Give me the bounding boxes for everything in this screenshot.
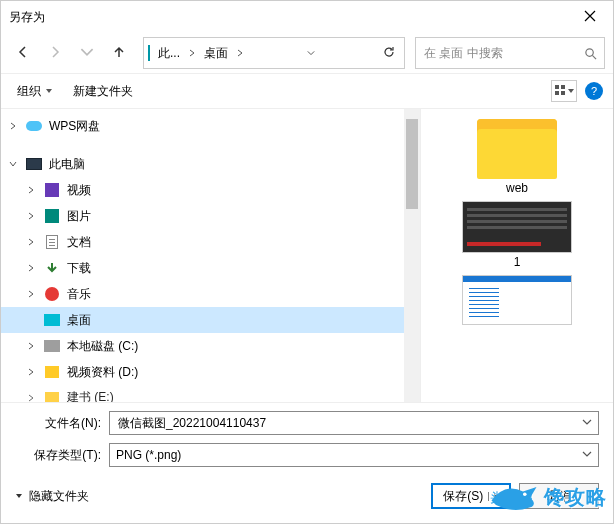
pic-icon bbox=[43, 209, 61, 223]
chevron-down-icon bbox=[45, 84, 53, 98]
tree-node-doc[interactable]: 文档 bbox=[1, 229, 420, 255]
wps-icon bbox=[25, 121, 43, 131]
video-icon bbox=[43, 183, 61, 197]
tree-node-label: 本地磁盘 (C:) bbox=[67, 338, 138, 355]
chevron-right-icon[interactable] bbox=[25, 394, 37, 402]
chevron-right-icon[interactable] bbox=[25, 290, 37, 298]
tree-node-folder[interactable]: 视频资料 (D:) bbox=[1, 359, 420, 385]
save-as-dialog: 另存为 此... 桌面 bbox=[0, 0, 614, 524]
doc-icon bbox=[43, 235, 61, 249]
up-icon bbox=[112, 45, 126, 62]
tree-node-label: WPS网盘 bbox=[49, 118, 100, 135]
tree-node-pc[interactable]: 此电脑 bbox=[1, 151, 420, 177]
preview-item-label: 1 bbox=[514, 255, 521, 269]
chevron-down-icon bbox=[80, 45, 94, 62]
chevron-down-icon[interactable] bbox=[582, 448, 592, 462]
new-folder-button[interactable]: 新建文件夹 bbox=[67, 79, 139, 104]
window-title: 另存为 bbox=[9, 9, 45, 26]
tree-node-video[interactable]: 视频 bbox=[1, 177, 420, 203]
disk-icon bbox=[43, 340, 61, 352]
desk-icon bbox=[43, 314, 61, 326]
file-preview-pane[interactable]: web1 bbox=[421, 109, 613, 402]
preview-item[interactable]: web bbox=[427, 119, 607, 195]
preview-item[interactable]: 1 bbox=[427, 201, 607, 269]
recent-dropdown[interactable] bbox=[73, 39, 101, 67]
tree-node-desk[interactable]: 桌面 bbox=[1, 307, 420, 333]
save-form: 文件名(N): 保存类型(T): PNG (*.png) bbox=[1, 402, 613, 469]
breadcrumb-segment[interactable]: 桌面 bbox=[200, 43, 232, 64]
tree-node-dl[interactable]: 下载 bbox=[1, 255, 420, 281]
tree-node-folder[interactable]: 建书 (E:) bbox=[1, 385, 420, 402]
search-box[interactable] bbox=[415, 37, 605, 69]
tree-node-disk[interactable]: 本地磁盘 (C:) bbox=[1, 333, 420, 359]
folder-icon bbox=[43, 392, 61, 403]
tree-node-label: 建书 (E:) bbox=[67, 389, 114, 402]
close-button[interactable] bbox=[575, 2, 605, 32]
tree-node-music[interactable]: 音乐 bbox=[1, 281, 420, 307]
organize-button[interactable]: 组织 bbox=[11, 79, 59, 104]
breadcrumb-segment[interactable]: 此... bbox=[154, 43, 184, 64]
tree-node-wps[interactable]: WPS网盘 bbox=[1, 113, 420, 139]
filetype-row: 保存类型(T): PNG (*.png) bbox=[15, 443, 599, 467]
chevron-right-icon[interactable] bbox=[7, 122, 19, 130]
navigation-bar: 此... 桌面 bbox=[1, 33, 613, 73]
hide-folders-toggle[interactable]: 隐藏文件夹 bbox=[15, 488, 89, 505]
scrollbar-thumb[interactable] bbox=[406, 119, 418, 209]
svg-point-0 bbox=[586, 48, 593, 55]
svg-rect-3 bbox=[555, 91, 559, 95]
chevron-down-icon[interactable] bbox=[582, 416, 592, 430]
svg-rect-1 bbox=[555, 85, 559, 89]
folder-icon bbox=[43, 366, 61, 378]
filetype-field[interactable]: PNG (*.png) bbox=[109, 443, 599, 467]
chevron-right-icon[interactable] bbox=[25, 186, 37, 194]
view-icon bbox=[554, 84, 566, 99]
close-icon bbox=[584, 10, 596, 25]
address-dropdown-icon[interactable] bbox=[307, 46, 315, 60]
tree-scrollbar[interactable] bbox=[404, 109, 420, 402]
chevron-right-icon[interactable] bbox=[25, 212, 37, 220]
help-button[interactable]: ? bbox=[585, 82, 603, 100]
search-input[interactable] bbox=[422, 45, 583, 61]
image-thumbnail bbox=[462, 201, 572, 253]
chevron-right-icon bbox=[236, 46, 244, 60]
chevron-right-icon[interactable] bbox=[25, 264, 37, 272]
chevron-right-icon[interactable] bbox=[25, 368, 37, 376]
filename-field[interactable] bbox=[109, 411, 599, 435]
body-split: WPS网盘此电脑视频图片文档下载音乐桌面本地磁盘 (C:)视频资料 (D:)建书… bbox=[1, 109, 613, 402]
preview-item-label: web bbox=[506, 181, 528, 195]
forward-button[interactable] bbox=[41, 39, 69, 67]
svg-rect-2 bbox=[561, 85, 565, 89]
title-bar: 另存为 bbox=[1, 1, 613, 33]
chevron-right-icon[interactable] bbox=[25, 238, 37, 246]
chevron-right-icon[interactable] bbox=[25, 342, 37, 350]
forward-icon bbox=[48, 45, 62, 62]
up-button[interactable] bbox=[105, 39, 133, 67]
monitor-icon bbox=[148, 46, 150, 60]
music-icon bbox=[43, 287, 61, 301]
refresh-button[interactable] bbox=[378, 39, 400, 67]
navigation-tree[interactable]: WPS网盘此电脑视频图片文档下载音乐桌面本地磁盘 (C:)视频资料 (D:)建书… bbox=[1, 109, 421, 402]
tree-node-label: 此电脑 bbox=[49, 156, 85, 173]
chevron-right-icon bbox=[188, 46, 196, 60]
filetype-label: 保存类型(T): bbox=[15, 447, 101, 464]
tree-node-label: 视频资料 (D:) bbox=[67, 364, 138, 381]
triangle-down-icon bbox=[15, 489, 23, 503]
cancel-label: 取消 bbox=[547, 488, 571, 505]
search-icon bbox=[583, 47, 598, 60]
filename-label: 文件名(N): bbox=[15, 415, 101, 432]
organize-label: 组织 bbox=[17, 83, 41, 100]
tree-node-label: 音乐 bbox=[67, 286, 91, 303]
view-mode-button[interactable] bbox=[551, 80, 577, 102]
toolbar: 组织 新建文件夹 ? bbox=[1, 73, 613, 109]
tree-node-label: 图片 bbox=[67, 208, 91, 225]
filename-input[interactable] bbox=[116, 415, 582, 431]
address-bar[interactable]: 此... 桌面 bbox=[143, 37, 405, 69]
preview-item[interactable] bbox=[427, 275, 607, 327]
tree-node-pic[interactable]: 图片 bbox=[1, 203, 420, 229]
refresh-icon bbox=[382, 45, 396, 62]
back-icon bbox=[16, 45, 30, 62]
tree-node-label: 文档 bbox=[67, 234, 91, 251]
chevron-down-icon[interactable] bbox=[7, 160, 19, 168]
back-button[interactable] bbox=[9, 39, 37, 67]
filetype-value: PNG (*.png) bbox=[116, 448, 181, 462]
